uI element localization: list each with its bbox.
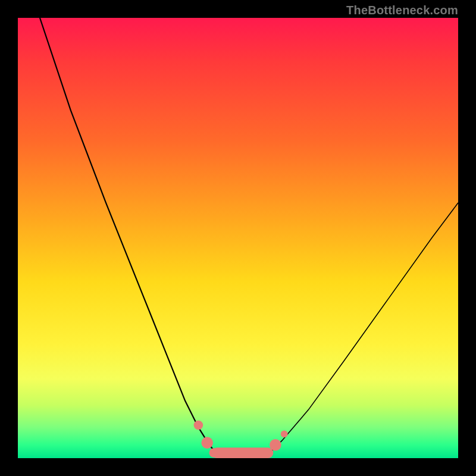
left-curve (40, 18, 220, 458)
curve-right-g (264, 203, 458, 458)
marker-dot (281, 430, 288, 437)
outer-frame: TheBottleneck.com (0, 0, 476, 476)
markers-g (194, 421, 288, 458)
marker-dot (201, 437, 213, 449)
marker-dot (194, 421, 203, 430)
plot-area (18, 18, 458, 458)
right-curve (264, 203, 458, 458)
curve-left-g (40, 18, 220, 458)
watermark-text: TheBottleneck.com (346, 4, 458, 17)
chart-svg (18, 18, 458, 458)
marker-bar (212, 447, 274, 458)
